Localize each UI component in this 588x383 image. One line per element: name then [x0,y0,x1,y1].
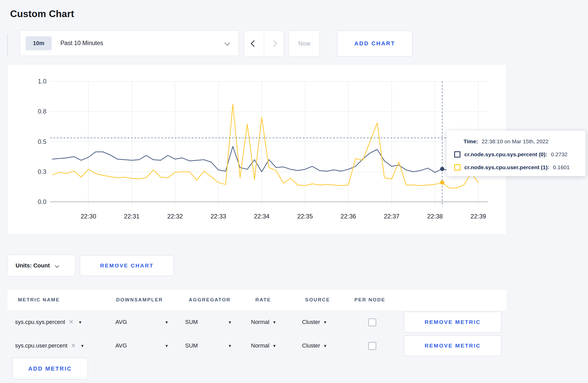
triangle-down-icon: ▼ [323,320,327,324]
svg-text:22:30: 22:30 [81,213,96,220]
tooltip-series-value: 0.1601 [553,164,570,171]
downsampler-select[interactable]: AVG ▼ [115,335,169,356]
aggregator-value: SUM [185,319,198,325]
metric-table-row: sys.cpu.sys.percent ✕ ▼ AVG ▼ SUM ▼ Norm… [8,312,506,332]
metric-name-value: sys.cpu.user.percent [15,342,67,349]
per-node-checkbox[interactable] [368,318,376,326]
column-header-aggregator: AGGREGATOR [189,297,231,303]
metric-name-select[interactable]: sys.cpu.sys.percent ✕ ▼ [15,312,82,332]
units-dropdown[interactable]: Units: Count [8,255,75,276]
chart-hover-tooltip: Time: 22:38:10 on Mar 15th, 2022 cr.node… [446,131,586,176]
chevron-right-icon [271,40,277,47]
rate-value: Normal [251,319,269,325]
downsampler-value: AVG [115,342,127,349]
svg-text:22:37: 22:37 [384,213,400,220]
tooltip-series-value: 0.2732 [551,151,568,158]
tooltip-time-label: Time: [464,138,478,145]
page-title: Custom Chart [10,9,74,19]
time-range-badge: 10m [26,36,52,50]
svg-text:22:33: 22:33 [211,213,226,220]
svg-text:0.8: 0.8 [38,108,46,115]
add-metric-button[interactable]: ADD METRIC [12,358,88,379]
custom-chart-page: { "page": { "title": "Custom Chart" }, "… [0,0,588,383]
svg-text:0.0: 0.0 [38,198,46,205]
column-header-metric-name: METRIC NAME [18,297,60,303]
svg-text:22:31: 22:31 [124,213,139,220]
svg-text:22:36: 22:36 [341,213,356,220]
chart-card[interactable]: 22:3022:3122:3222:3322:3422:3522:3622:37… [8,64,506,235]
svg-text:22:38: 22:38 [427,213,443,220]
triangle-down-icon: ▼ [165,320,169,324]
aggregator-select[interactable]: SUM ▼ [185,335,232,356]
units-label: Units: Count [16,262,50,269]
metric-name-select[interactable]: sys.cpu.user.percent ✕ ▼ [15,335,84,356]
tooltip-series-name: cr.node.sys.cpu.user.percent (1): [464,164,549,171]
time-step-forward-button[interactable] [264,31,284,56]
svg-text:22:39: 22:39 [471,213,486,220]
triangle-down-icon: ▼ [228,344,232,348]
column-header-source: SOURCE [305,297,330,303]
rate-value: Normal [251,342,269,349]
rate-select[interactable]: Normal ▼ [251,312,276,332]
per-node-checkbox[interactable] [368,342,376,350]
now-button[interactable]: Now [289,31,320,56]
clear-icon[interactable]: ✕ [71,342,76,349]
series-sys-swatch-icon [454,151,460,158]
svg-text:0.3: 0.3 [38,168,46,175]
aggregator-select[interactable]: SUM ▼ [185,312,232,332]
tooltip-series-name: cr.node.sys.cpu.sys.percent (0): [464,151,547,158]
add-chart-button[interactable]: ADD CHART [337,31,412,56]
svg-text:22:34: 22:34 [254,213,269,220]
remove-chart-button[interactable]: REMOVE CHART [80,255,174,276]
svg-text:1.0: 1.0 [38,78,46,85]
series-user-swatch-icon [454,164,460,171]
svg-text:22:35: 22:35 [297,213,313,220]
column-header-per-node: PER NODE [354,297,385,303]
chevron-left-icon [251,40,257,47]
triangle-down-icon: ▼ [165,344,169,348]
rate-select[interactable]: Normal ▼ [251,335,276,356]
toolbar-divider [7,34,8,56]
chevron-down-icon [55,263,59,268]
aggregator-value: SUM [185,342,198,349]
time-range-dropdown[interactable]: 10m Past 10 Minutes [20,30,239,56]
svg-text:0.5: 0.5 [38,138,46,145]
column-header-downsampler: DOWNSAMPLER [116,297,163,303]
triangle-down-icon: ▼ [80,344,84,348]
remove-metric-button[interactable]: REMOVE METRIC [404,312,501,332]
downsampler-value: AVG [115,319,127,325]
triangle-down-icon: ▼ [228,320,232,324]
clear-icon[interactable]: ✕ [69,319,73,325]
svg-text:22:32: 22:32 [167,213,183,220]
downsampler-select[interactable]: AVG ▼ [115,312,169,332]
time-step-back-button[interactable] [244,31,264,56]
tooltip-time-value: 22:38:10 on Mar 15th, 2022 [482,138,549,145]
source-value: Cluster [302,319,320,325]
chevron-down-icon [225,40,230,46]
source-select[interactable]: Cluster ▼ [302,312,327,332]
metric-table-row: sys.cpu.user.percent ✕ ▼ AVG ▼ SUM ▼ Nor… [8,335,506,356]
time-range-label: Past 10 Minutes [60,40,103,47]
source-select[interactable]: Cluster ▼ [302,335,327,356]
triangle-down-icon: ▼ [272,344,276,348]
metric-name-value: sys.cpu.sys.percent [15,319,65,325]
timeseries-chart[interactable]: 22:3022:3122:3222:3322:3422:3522:3622:37… [8,65,506,234]
remove-metric-button[interactable]: REMOVE METRIC [404,335,501,356]
time-step-buttons [244,31,284,56]
triangle-down-icon: ▼ [272,320,276,324]
triangle-down-icon: ▼ [323,344,327,348]
metrics-table-header: METRIC NAME DOWNSAMPLER AGGREGATOR RATE … [8,290,506,310]
column-header-rate: RATE [255,297,271,303]
source-value: Cluster [302,342,320,349]
triangle-down-icon: ▼ [78,320,82,324]
